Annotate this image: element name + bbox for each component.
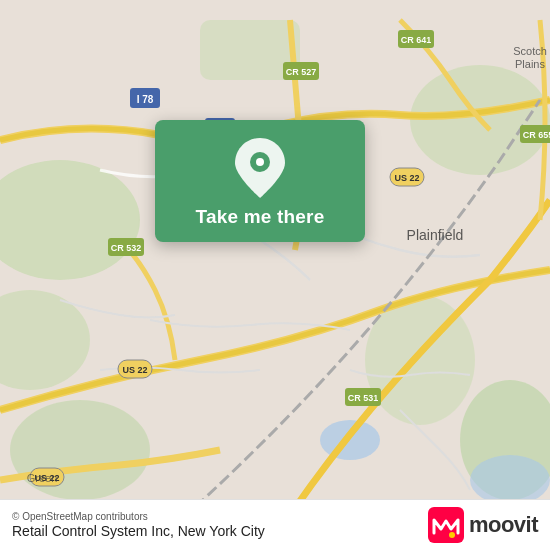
- popup-card[interactable]: Take me there: [155, 120, 365, 242]
- svg-text:Scotch: Scotch: [513, 45, 547, 57]
- moovit-logo[interactable]: moovit: [428, 507, 538, 543]
- svg-text:I 78: I 78: [137, 94, 154, 105]
- svg-text:Plains: Plains: [515, 58, 545, 70]
- svg-text:US 22: US 22: [394, 173, 419, 183]
- svg-point-9: [470, 455, 550, 505]
- svg-text:CR 655: CR 655: [523, 130, 550, 140]
- svg-text:US 22: US 22: [122, 365, 147, 375]
- location-label: Retail Control System Inc, New York City: [12, 523, 265, 539]
- svg-point-39: [449, 532, 455, 538]
- osm-attribution: © OpenStreetMap contributors: [12, 511, 265, 522]
- svg-text:CR 531: CR 531: [348, 393, 379, 403]
- moovit-brand-icon: [428, 507, 464, 543]
- svg-text:Plainfield: Plainfield: [407, 227, 464, 243]
- popup-label: Take me there: [196, 206, 325, 228]
- map-background: I 78 I 78 CR 527 US 22 CR 641 CR 655 CR …: [0, 0, 550, 550]
- svg-text:CR 532: CR 532: [111, 243, 142, 253]
- svg-text:CR 641: CR 641: [401, 35, 432, 45]
- svg-text:Green: Green: [27, 472, 58, 484]
- location-pin-icon: [230, 138, 290, 198]
- svg-text:CR 527: CR 527: [286, 67, 317, 77]
- svg-point-37: [256, 158, 264, 166]
- svg-point-6: [10, 400, 150, 500]
- map-container: I 78 I 78 CR 527 US 22 CR 641 CR 655 CR …: [0, 0, 550, 550]
- bottom-left-info: © OpenStreetMap contributors Retail Cont…: [12, 511, 265, 539]
- moovit-brand-text: moovit: [469, 512, 538, 538]
- bottom-bar: © OpenStreetMap contributors Retail Cont…: [0, 499, 550, 550]
